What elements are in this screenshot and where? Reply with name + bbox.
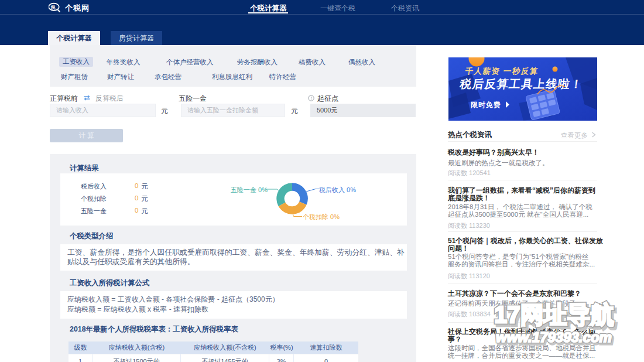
svg-text:www.179393.com: www.179393.com <box>496 329 612 345</box>
svg-text:千人薪资 一秒反算: 千人薪资 一秒反算 <box>464 67 539 76</box>
svg-text:税后反算工具上线啦！: 税后反算工具上线啦！ <box>458 77 584 90</box>
svg-text:限时免费: 限时免费 <box>471 101 501 109</box>
svg-text:税: 税 <box>50 5 56 10</box>
svg-text:税后收入 0%: 税后收入 0% <box>319 186 356 193</box>
svg-text:17网址导航: 17网址导航 <box>494 302 614 327</box>
svg-text:五险一金 0%: 五险一金 0% <box>231 186 268 193</box>
svg-text:个税扣除 0%: 个税扣除 0% <box>303 213 340 220</box>
